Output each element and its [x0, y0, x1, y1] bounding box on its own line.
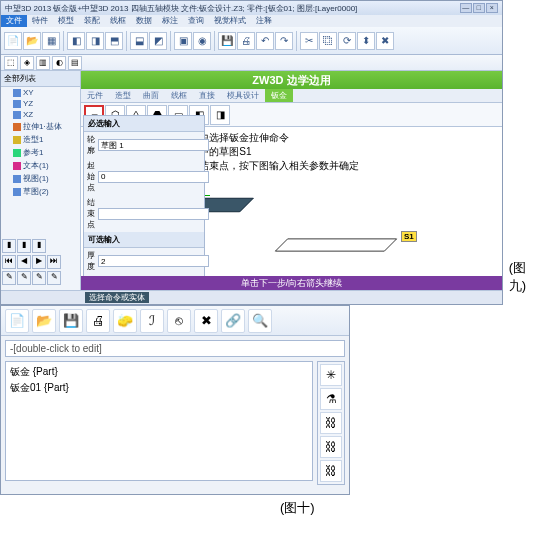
tree-item[interactable]: 视图(1)	[1, 172, 80, 185]
copy-icon[interactable]: ⿻	[319, 32, 337, 50]
qt-icon[interactable]: ◈	[20, 56, 34, 70]
edit-icon[interactable]: ✎	[47, 271, 61, 285]
list-item[interactable]: 钣金01 {Part}	[10, 380, 308, 396]
qt-icon[interactable]: ▥	[36, 56, 50, 70]
brush-icon[interactable]: ℐ	[140, 309, 164, 333]
tab[interactable]: 查询	[183, 15, 209, 27]
profile-input[interactable]	[98, 139, 209, 151]
tree-item[interactable]: 造型1	[1, 133, 80, 146]
center-tab[interactable]: 直接	[193, 89, 221, 102]
center-tab[interactable]: 造型	[109, 89, 137, 102]
center-tab[interactable]: 线框	[165, 89, 193, 102]
print-icon[interactable]: 🖨	[237, 32, 255, 50]
center-tabs: 元件 造型 曲面 线框 直接 模具设计 钣金	[81, 89, 502, 103]
tutorial-next-bar[interactable]: 单击下一步/向右箭头继续	[81, 276, 502, 290]
left-bottom-toolbar: ▮▮▮ ⏮◀▶⏭ ✎✎✎✎	[1, 238, 81, 286]
tool-icon[interactable]: ⬒	[105, 32, 123, 50]
qt-icon[interactable]: ◐	[52, 56, 66, 70]
print-icon[interactable]: 🖨	[86, 309, 110, 333]
delete-icon[interactable]: ✖	[194, 309, 218, 333]
new-icon[interactable]: 📄	[5, 309, 29, 333]
tab[interactable]: 标注	[157, 15, 183, 27]
nav-first-icon[interactable]: ⏮	[2, 255, 16, 269]
center-tab[interactable]: 元件	[81, 89, 109, 102]
edit-icon[interactable]: ✎	[32, 271, 46, 285]
tab[interactable]: 数据	[131, 15, 157, 27]
tab[interactable]: 线框	[105, 15, 131, 27]
close-icon[interactable]: ✖	[376, 32, 394, 50]
tool-icon[interactable]: ◨	[86, 32, 104, 50]
end-input[interactable]	[98, 208, 209, 220]
nav-icon[interactable]: ▮	[17, 239, 31, 253]
nav-icon[interactable]: ▮	[2, 239, 16, 253]
sketch-label: S1	[401, 231, 417, 242]
tree-item[interactable]: XZ	[1, 109, 80, 120]
tree-item[interactable]: 草图(2)	[1, 185, 80, 198]
tool-button[interactable]: ◨	[210, 105, 230, 125]
ribbon-tabs: 文件 特件 模型 装配 线框 数据 标注 查询 视觉样式 注释	[1, 15, 502, 27]
tab[interactable]: 注释	[251, 15, 277, 27]
figure-caption-10: (图十)	[0, 499, 543, 517]
tool-icon[interactable]: ◉	[193, 32, 211, 50]
save-icon[interactable]: 💾	[59, 309, 83, 333]
tab[interactable]: 视觉样式	[209, 15, 251, 27]
center-tab[interactable]: 模具设计	[221, 89, 265, 102]
parts-list[interactable]: 钣金 {Part} 钣金01 {Part}	[5, 361, 313, 481]
center-tab[interactable]: 曲面	[137, 89, 165, 102]
nav-next-icon[interactable]: ▶	[32, 255, 46, 269]
tool-icon[interactable]: ▣	[174, 32, 192, 50]
tool-icon[interactable]: ⛓	[320, 412, 342, 434]
center-tab-selected[interactable]: 钣金	[265, 89, 293, 102]
search-icon[interactable]: 🔍	[248, 309, 272, 333]
list-item[interactable]: 钣金 {Part}	[10, 364, 308, 380]
tab[interactable]: 装配	[79, 15, 105, 27]
tree-item[interactable]: XY	[1, 87, 80, 98]
thickness-input[interactable]	[98, 255, 209, 267]
parts-browser-window: 📄 📂 💾 🖨 🧽 ℐ ⎋ ✖ 🔗 🔍 -[double-click to ed…	[0, 305, 350, 495]
edit-hint[interactable]: -[double-click to edit]	[5, 340, 345, 357]
tool-icon[interactable]: ⛓	[320, 460, 342, 482]
sketch-outline[interactable]	[275, 239, 398, 252]
tool-icon[interactable]: ⬍	[357, 32, 375, 50]
tree-item[interactable]: YZ	[1, 98, 80, 109]
qt-icon[interactable]: ▤	[68, 56, 82, 70]
new-icon[interactable]: 📄	[4, 32, 22, 50]
prop-label: 起始点	[87, 160, 95, 193]
tool-icon[interactable]: ⟳	[338, 32, 356, 50]
prop-label: 厚度	[87, 250, 95, 272]
link-icon[interactable]: 🔗	[221, 309, 245, 333]
exit-icon[interactable]: ⎋	[167, 309, 191, 333]
start-input[interactable]	[98, 171, 209, 183]
tool-icon[interactable]: ⚗	[320, 388, 342, 410]
save-icon[interactable]: 💾	[218, 32, 236, 50]
tab[interactable]: 特件	[27, 15, 53, 27]
tool-icon[interactable]: ▦	[42, 32, 60, 50]
undo-icon[interactable]: ↶	[256, 32, 274, 50]
minimize-button[interactable]: —	[460, 3, 472, 13]
close-button[interactable]: ×	[486, 3, 498, 13]
nav-last-icon[interactable]: ⏭	[47, 255, 61, 269]
nav-prev-icon[interactable]: ◀	[17, 255, 31, 269]
maximize-button[interactable]: □	[473, 3, 485, 13]
tab[interactable]: 模型	[53, 15, 79, 27]
nav-icon[interactable]: ▮	[32, 239, 46, 253]
cut-icon[interactable]: ✂	[300, 32, 318, 50]
qt-icon[interactable]: ⬚	[4, 56, 18, 70]
right-tool-column: ✳ ⚗ ⛓ ⛓ ⛓	[317, 361, 345, 485]
erase-icon[interactable]: 🧽	[113, 309, 137, 333]
tree-item[interactable]: 文本(1)	[1, 159, 80, 172]
tool-icon[interactable]: ⬓	[130, 32, 148, 50]
text-icon	[13, 162, 21, 170]
open-icon[interactable]: 📂	[23, 32, 41, 50]
tab-file[interactable]: 文件	[1, 15, 27, 27]
tool-icon[interactable]: ⛓	[320, 436, 342, 458]
redo-icon[interactable]: ↷	[275, 32, 293, 50]
tool-icon[interactable]: ◧	[67, 32, 85, 50]
edit-icon[interactable]: ✎	[2, 271, 16, 285]
tree-item[interactable]: 参考1	[1, 146, 80, 159]
open-icon[interactable]: 📂	[32, 309, 56, 333]
edit-icon[interactable]: ✎	[17, 271, 31, 285]
tree-item[interactable]: 拉伸1·基体	[1, 120, 80, 133]
tool-icon[interactable]: ◩	[149, 32, 167, 50]
tool-icon[interactable]: ✳	[320, 364, 342, 386]
